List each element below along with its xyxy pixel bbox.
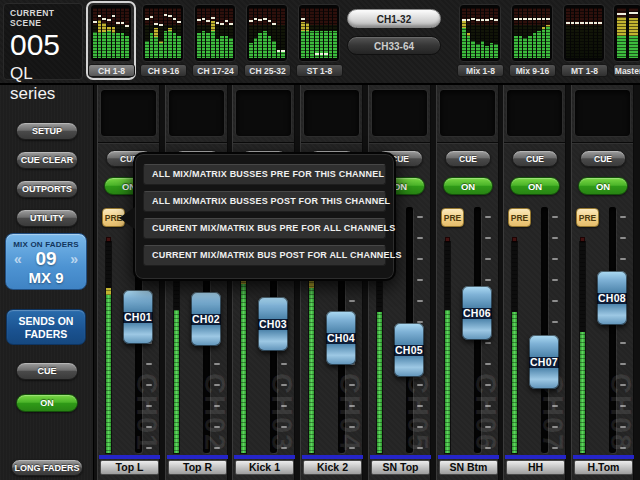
sidebar-cue-button[interactable]: CUE bbox=[16, 362, 78, 380]
fader-scale-tick bbox=[485, 279, 491, 281]
meter-peak-hold bbox=[528, 18, 532, 20]
meter-bank-display bbox=[613, 4, 640, 62]
channel-processing-panel[interactable] bbox=[235, 89, 292, 137]
fader-scale-tick bbox=[214, 363, 220, 365]
meter-bank-mix-1-8[interactable]: Mix 1-8 bbox=[455, 1, 505, 80]
outports-button[interactable]: OUTPORTS bbox=[16, 180, 78, 198]
channel-name[interactable]: HH bbox=[506, 460, 565, 475]
popup-item-all-pre-this-channel[interactable]: ALL MIX/MATRIX BUSSES PRE FOR THIS CHANN… bbox=[143, 164, 386, 185]
meter-peak-hold bbox=[471, 18, 475, 20]
channel-name[interactable]: Kick 1 bbox=[235, 460, 294, 475]
meter-bank-display bbox=[298, 4, 340, 62]
channel-name[interactable]: SN Btm bbox=[439, 460, 498, 475]
meter-bank-master[interactable]: Master bbox=[611, 1, 640, 80]
channel-name[interactable]: H.Tom bbox=[574, 460, 633, 475]
fader-knob[interactable]: CH05 bbox=[394, 323, 424, 377]
layer-button-ch33-64[interactable]: CH33-64 bbox=[347, 36, 441, 55]
channel-processing-panel[interactable] bbox=[100, 89, 157, 137]
meter-peak-hold bbox=[112, 15, 116, 17]
meter-peak-hold bbox=[546, 18, 550, 20]
meter-bank-ch-25-32[interactable]: CH 25-32 bbox=[242, 1, 292, 80]
meter-bank-ch-1-8[interactable]: CH 1-8 bbox=[86, 1, 136, 80]
layer-button-ch1-32[interactable]: CH1-32 bbox=[347, 9, 441, 28]
popup-item-current-pre-all-channels[interactable]: CURRENT MIX/MATRIX BUS PRE FOR ALL CHANN… bbox=[143, 218, 386, 239]
channel-name[interactable]: Top R bbox=[168, 460, 227, 475]
channel-cue-button[interactable]: CUE bbox=[512, 150, 558, 167]
channel-on-button[interactable]: ON bbox=[510, 177, 560, 195]
channel-processing-panel[interactable] bbox=[168, 89, 225, 137]
fader-knob[interactable]: CH06 bbox=[462, 286, 492, 340]
fader-scale-tick bbox=[552, 321, 558, 323]
meter-bank-label: MT 1-8 bbox=[561, 64, 608, 77]
channel-name[interactable]: Kick 2 bbox=[303, 460, 362, 475]
scene-number[interactable]: 005 bbox=[10, 29, 82, 61]
channel-name[interactable]: Top L bbox=[100, 460, 159, 475]
fader-knob[interactable]: CH08 bbox=[597, 271, 627, 325]
channel-name[interactable]: SN Top bbox=[371, 460, 430, 475]
sends-on-faders-button[interactable]: SENDS ON FADERS bbox=[6, 309, 86, 345]
popup-item-current-post-all-channels[interactable]: CURRENT MIX/MATRIX BUS POST FOR ALL CHAN… bbox=[143, 245, 386, 266]
meter-level-green bbox=[164, 31, 168, 59]
meter-level-green bbox=[542, 29, 546, 58]
meter-peak-hold bbox=[571, 22, 575, 24]
popup-item-all-post-this-channel[interactable]: ALL MIX/MATRIX BUSSES POST FOR THIS CHAN… bbox=[143, 191, 386, 212]
meter-level-yellow bbox=[617, 17, 626, 36]
channel-on-button[interactable]: ON bbox=[578, 177, 628, 195]
pre-indicator-button[interactable]: PRE bbox=[441, 208, 464, 227]
channel-processing-panel[interactable] bbox=[506, 89, 563, 137]
meter-bar bbox=[249, 8, 253, 58]
channel-processing-panel[interactable] bbox=[303, 89, 360, 137]
meter-peak-hold bbox=[494, 19, 498, 21]
channel-id-ghost: CH06 bbox=[471, 373, 500, 451]
meter-bar bbox=[164, 8, 168, 58]
channel-cue-button[interactable]: CUE bbox=[445, 150, 491, 167]
long-faders-button[interactable]: LONG FADERS bbox=[11, 459, 83, 476]
meter-peak-hold bbox=[229, 23, 233, 25]
pre-indicator-button[interactable]: PRE bbox=[576, 208, 599, 227]
meter-level-green bbox=[533, 33, 537, 58]
meter-level-green bbox=[145, 41, 149, 58]
channel-processing-panel[interactable] bbox=[574, 89, 631, 137]
meter-bank-ch-9-16[interactable]: CH 9-16 bbox=[138, 1, 188, 80]
meter-peak-hold bbox=[225, 20, 229, 22]
setup-button[interactable]: SETUP bbox=[16, 122, 78, 140]
meter-peak-hold bbox=[116, 22, 120, 24]
fader-knob[interactable]: CH07 bbox=[529, 335, 559, 389]
fader-knob[interactable]: CH02 bbox=[191, 292, 221, 346]
meter-bank-mt-1-8[interactable]: MT 1-8 bbox=[559, 1, 609, 80]
prev-mix-bus-arrow-icon[interactable]: « bbox=[14, 249, 22, 269]
meter-bank-mix-9-16[interactable]: Mix 9-16 bbox=[507, 1, 557, 80]
meter-bar bbox=[254, 8, 258, 58]
meter-bar bbox=[594, 8, 598, 58]
fader-knob[interactable]: CH01 bbox=[123, 290, 153, 344]
channel-processing-panel[interactable] bbox=[439, 89, 496, 137]
meter-level-green bbox=[306, 31, 310, 59]
meter-level-green bbox=[249, 43, 253, 58]
utility-button[interactable]: UTILITY bbox=[16, 209, 78, 227]
meter-bar bbox=[206, 8, 210, 58]
fader-knob[interactable]: CH04 bbox=[326, 311, 356, 365]
meter-bar bbox=[523, 8, 527, 58]
pre-indicator-button[interactable]: PRE bbox=[508, 208, 531, 227]
next-mix-bus-arrow-icon[interactable]: » bbox=[70, 249, 78, 269]
meter-body bbox=[580, 242, 585, 453]
meter-bank-ch-17-24[interactable]: CH 17-24 bbox=[190, 1, 240, 80]
meter-level-green bbox=[263, 31, 267, 59]
fader-knob[interactable]: CH03 bbox=[258, 297, 288, 351]
meter-bar bbox=[202, 8, 206, 58]
meter-level-yellow bbox=[107, 27, 111, 31]
channel-on-button[interactable]: ON bbox=[443, 177, 493, 195]
scene-panel[interactable]: CURRENT SCENE 005 QL series bbox=[3, 3, 83, 80]
fader-scale-tick bbox=[485, 342, 491, 344]
meter-peak-hold bbox=[580, 22, 584, 24]
meter-bar bbox=[197, 8, 201, 58]
meter-bank-st-1-8[interactable]: ST 1-8 bbox=[294, 1, 344, 80]
cue-clear-button[interactable]: CUE CLEAR bbox=[16, 151, 78, 169]
meter-bar bbox=[329, 8, 333, 58]
sidebar-on-button[interactable]: ON bbox=[16, 394, 78, 412]
meter-level-yellow bbox=[629, 18, 638, 36]
channel-cue-button[interactable]: CUE bbox=[580, 150, 626, 167]
input-meter-banks: CH 1-8CH 9-16CH 17-24CH 25-32ST 1-8 bbox=[86, 1, 344, 80]
channel-processing-panel[interactable] bbox=[371, 89, 428, 137]
mix-on-faders-panel[interactable]: MIX ON FADERS « 09 » MX 9 bbox=[5, 233, 87, 290]
